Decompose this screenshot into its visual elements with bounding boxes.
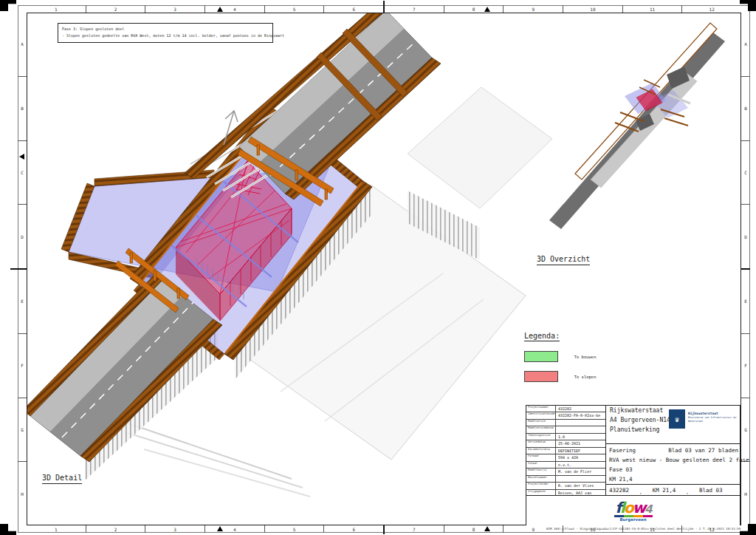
meta-label: Modelversiedatum: [526, 426, 556, 432]
title-block-right: Rijkswaterstaat A4 Burgerveen-N14 Planui…: [606, 406, 741, 496]
flow4-logo-letter: o: [624, 499, 633, 517]
center-tick: [383, 1, 385, 6]
title-block-upper: Projectnummer 432282 Identificatiecode 4…: [526, 406, 740, 496]
grid-row-label: D: [18, 204, 27, 268]
grid-row-label: E: [18, 268, 27, 333]
phase-note-line1: Fase 3: Slopen gesloten deel: [62, 26, 269, 33]
grid-row-label: B: [741, 76, 750, 140]
detail-view-label: 3D Detail: [42, 474, 82, 484]
grid-column-label: 9: [503, 5, 563, 13]
rijkswaterstaat-emblem-icon: ♛: [669, 409, 685, 429]
file-path-text: BIM 360://Flow4 - Ringvaartaquaduct/CP-4…: [546, 527, 705, 531]
rijkswaterstaat-logo-text: Rijkswaterstaat Ministerie van Infrastru…: [688, 412, 738, 423]
title-block-meta-table: Projectnummer 432282 Identificatiecode 4…: [526, 406, 606, 496]
fold-mark-icon: [217, 526, 223, 531]
fold-mark-icon: [19, 154, 24, 160]
meta-label: Versiedatum: [526, 440, 556, 446]
meta-row: Modelleur(s) M. van de Flier: [526, 468, 605, 475]
grid-column-label: 6: [323, 5, 383, 13]
grid-column-label: 5: [264, 525, 324, 533]
meta-label: Formaat: [526, 454, 556, 460]
plot-timestamp: 28-6-2021 10:51:59: [707, 527, 740, 531]
legend-swatch-green: [524, 351, 558, 362]
meta-value: 25-06-2021: [556, 440, 605, 446]
title-block-footer-row: 432282 , KM 21,4 , Blad 03: [606, 485, 741, 496]
grid-row-label: G: [741, 398, 750, 462]
grid-column-label: 10: [563, 5, 622, 13]
grid-row-label: H: [18, 461, 27, 525]
rijkswaterstaat-logo: ♛ Rijkswaterstaat Ministerie van Infrast…: [669, 409, 739, 433]
grid-column-label: 7: [383, 5, 444, 13]
flow4-logo-letter: 4: [645, 502, 650, 516]
grid-column-label: 12: [681, 5, 741, 13]
grid-column-label: 3: [145, 525, 205, 533]
grid-column-label: 6: [323, 525, 383, 533]
flow4-logo: flow4 Burgerveen: [614, 500, 653, 522]
document-phase: Fase 03: [609, 465, 738, 474]
meta-value: [556, 426, 605, 432]
meta-row: Modelversie: [526, 420, 605, 426]
meta-value: R. van der Vlies: [556, 483, 605, 488]
legend-label: Te slopen: [574, 375, 597, 379]
grid-column-label: 7: [383, 525, 444, 533]
grid-row-label: A: [741, 13, 750, 76]
meta-label: Projectleider: [526, 483, 556, 488]
grid-column-label: 4: [205, 5, 264, 13]
center-tick: [383, 529, 385, 534]
grid-row-label: G: [18, 398, 27, 462]
meta-value: M. van de Flier: [556, 468, 605, 474]
grid-row-label: E: [741, 268, 750, 333]
meta-label: Documentstatus: [526, 448, 556, 454]
flow4-logo-letter: w: [633, 499, 645, 517]
title-block-logo-area: flow4 Burgerveen: [526, 496, 740, 526]
footer-separator: ,: [686, 489, 689, 494]
grid-row-label: H: [741, 461, 750, 525]
meta-label: Projectnummer: [526, 406, 556, 412]
meta-row: Tekeningversie 1.0: [526, 434, 605, 440]
meta-row: Projectleider R. van der Vlies: [526, 483, 605, 489]
legend-item-demolish: Te slopen: [524, 369, 596, 381]
legend-swatch-red: [524, 371, 558, 382]
title-block: Projectnummer 432282 Identificatiecode 4…: [526, 405, 740, 525]
footer-separator: ,: [639, 489, 642, 494]
meta-label: Tekeningversie: [526, 434, 556, 440]
document-title: RVA west nieuw - Bouw gesloten deel 2 fa…: [609, 455, 738, 465]
meta-row: Modelversiedatum: [526, 426, 605, 433]
grid-row-label: F: [741, 333, 750, 398]
meta-row: Projectnummer 432282: [526, 406, 605, 412]
grid-row-label: D: [741, 204, 750, 268]
grid-row-label: A: [18, 13, 27, 76]
meta-row: Identificatiecode 432282-FA-0-02xx-be: [526, 412, 605, 419]
document-km: KM 21,4: [609, 474, 738, 484]
grid-column-label: 8: [444, 525, 504, 533]
meta-value: DEFINITIEF: [556, 448, 605, 454]
grid-row-label: C: [741, 140, 750, 205]
grid-column-label: 11: [622, 5, 682, 13]
legend-title: Legenda:: [524, 332, 560, 341]
footer-project-number: 432282: [609, 487, 629, 494]
meta-value: 594 x 420: [556, 454, 605, 460]
phase-note-box: Fase 3: Slopen gesloten deel - Slopen ge…: [58, 23, 273, 43]
grid-row-label: F: [18, 333, 27, 398]
document-section: Fasering Blad 03 van 27 bladen RVA west …: [606, 444, 741, 485]
meta-label: Vrijgegeven: [526, 490, 556, 496]
grid-column-label: 2: [86, 525, 145, 533]
grid-column-label: 8: [444, 5, 504, 13]
legend: Legenda: Te bouwen Te slopen: [524, 327, 596, 381]
grid-column-label: 1: [27, 5, 86, 13]
fold-mark-icon: [217, 7, 223, 12]
meta-row: Bestelnummer: [526, 476, 605, 483]
meta-value: [556, 476, 605, 482]
grid-column-label: 3: [145, 5, 205, 13]
meta-value: 432282-FA-0-02xx-be: [556, 412, 605, 418]
phase-note-line2: - Slopen gesloten gedeelte van RVA West,…: [62, 33, 269, 39]
ruler-right: ABCDEFGH: [741, 13, 750, 525]
flow4-logo-subtitle: Burgerveen: [614, 518, 653, 522]
legend-label: Te bouwen: [574, 355, 597, 359]
legend-item-build: Te bouwen: [524, 349, 596, 361]
ruler-top: 123456789101112: [27, 5, 741, 13]
meta-value: [556, 420, 605, 426]
rws-ministry: Ministerie van Infrastructuur en Waterst…: [688, 416, 738, 423]
meta-label: Schaal: [526, 462, 556, 468]
meta-label: Modelleur(s): [526, 468, 556, 474]
